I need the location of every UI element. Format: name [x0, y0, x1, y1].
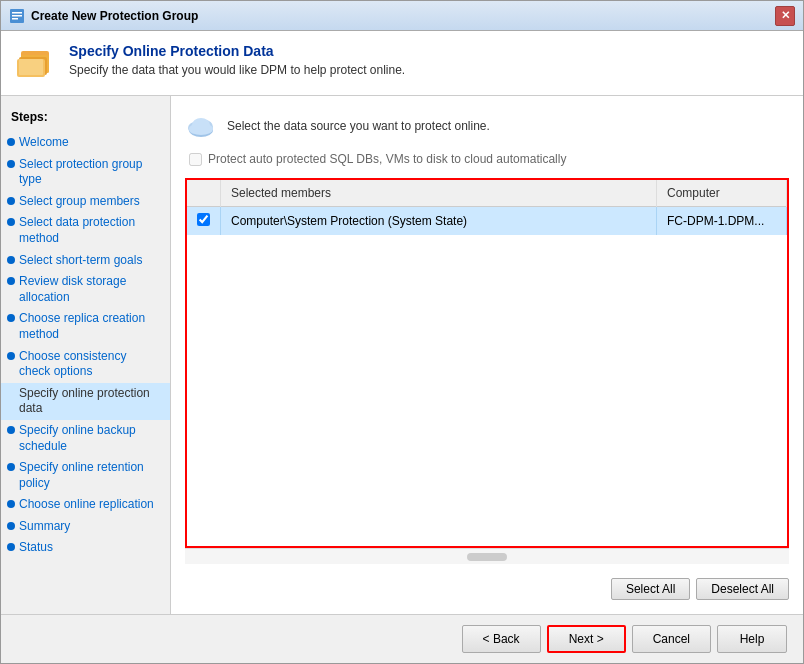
instruction-text: Select the data source you want to prote… [227, 119, 490, 133]
row-computer-text: FC-DPM-1.DPM... [667, 214, 764, 228]
dot-icon [7, 256, 15, 264]
header-text: Specify Online Protection Data Specify t… [69, 43, 405, 77]
table-header-row: Selected members Computer [187, 180, 787, 207]
members-table: Selected members Computer Computer\Syste… [187, 180, 787, 235]
content-area: Select the data source you want to prote… [171, 96, 803, 614]
sidebar-item-summary[interactable]: Summary [1, 516, 170, 538]
back-button[interactable]: < Back [462, 625, 541, 653]
footer: < Back Next > Cancel Help [1, 614, 803, 663]
sidebar-item-welcome[interactable]: Welcome [1, 132, 170, 154]
main-window: Create New Protection Group ✕ Specify On… [0, 0, 804, 664]
sidebar-item-select-data-protection-method[interactable]: Select data protection method [1, 212, 170, 249]
window-title: Create New Protection Group [31, 9, 775, 23]
members-table-container: Selected members Computer Computer\Syste… [185, 178, 789, 548]
sidebar-item-label: Summary [19, 519, 70, 535]
auto-protect-checkbox[interactable] [189, 153, 202, 166]
sidebar-item-label: Select protection group type [19, 157, 160, 188]
dot-icon [7, 218, 15, 226]
sidebar-item-label: Specify online protection data [19, 386, 160, 417]
svg-rect-3 [12, 18, 18, 20]
dot-icon [7, 543, 15, 551]
col-header-computer: Computer [657, 180, 787, 207]
sidebar-item-specify-online-backup-schedule[interactable]: Specify online backup schedule [1, 420, 170, 457]
select-all-button[interactable]: Select All [611, 578, 690, 600]
header-subtitle: Specify the data that you would like DPM… [69, 63, 405, 77]
header-title: Specify Online Protection Data [69, 43, 405, 59]
instruction-row: Select the data source you want to prote… [185, 110, 789, 142]
row-member-text: Computer\System Protection (System State… [231, 214, 467, 228]
sidebar: Steps: Welcome Select protection group t… [1, 96, 171, 614]
sidebar-item-specify-online-retention-policy[interactable]: Specify online retention policy [1, 457, 170, 494]
row-computer-cell: FC-DPM-1.DPM... [657, 207, 787, 236]
bottom-buttons-row: Select All Deselect All [185, 572, 789, 600]
svg-rect-1 [12, 12, 22, 14]
scroll-thumb[interactable] [467, 553, 507, 561]
sidebar-item-select-short-term-goals[interactable]: Select short-term goals [1, 250, 170, 272]
dot-icon [7, 160, 15, 168]
sidebar-item-choose-replica-creation[interactable]: Choose replica creation method [1, 308, 170, 345]
close-button[interactable]: ✕ [775, 6, 795, 26]
col-header-checkbox [187, 180, 221, 207]
cancel-button[interactable]: Cancel [632, 625, 711, 653]
dot-icon [7, 138, 15, 146]
cloud-icon [185, 110, 217, 142]
svg-point-13 [189, 123, 213, 135]
dot-icon [7, 463, 15, 471]
window-icon [9, 8, 25, 24]
sidebar-item-choose-online-replication[interactable]: Choose online replication [1, 494, 170, 516]
sidebar-item-label: Specify online retention policy [19, 460, 160, 491]
steps-label: Steps: [1, 106, 170, 132]
dot-icon [7, 500, 15, 508]
sidebar-item-label: Select group members [19, 194, 140, 210]
sidebar-item-label: Specify online backup schedule [19, 423, 160, 454]
dot-icon [7, 426, 15, 434]
header-icon [17, 43, 57, 83]
dot-icon [7, 197, 15, 205]
table-row: Computer\System Protection (System State… [187, 207, 787, 236]
svg-rect-8 [19, 59, 43, 75]
row-checkbox-cell [187, 207, 221, 236]
sidebar-item-select-protection-group-type[interactable]: Select protection group type [1, 154, 170, 191]
col-header-selected-members: Selected members [221, 180, 657, 207]
sidebar-item-label: Choose consistency check options [19, 349, 160, 380]
sidebar-item-specify-online-protection-data[interactable]: Specify online protection data [1, 383, 170, 420]
scrollbar-indicator [185, 548, 789, 564]
sidebar-item-review-disk-storage[interactable]: Review disk storage allocation [1, 271, 170, 308]
title-bar: Create New Protection Group ✕ [1, 1, 803, 31]
dot-icon [7, 314, 15, 322]
sidebar-item-label: Select data protection method [19, 215, 160, 246]
main-content: Steps: Welcome Select protection group t… [1, 96, 803, 614]
deselect-all-button[interactable]: Deselect All [696, 578, 789, 600]
auto-protect-checkbox-row: Protect auto protected SQL DBs, VMs to d… [185, 152, 789, 166]
next-button[interactable]: Next > [547, 625, 626, 653]
sidebar-item-label: Review disk storage allocation [19, 274, 160, 305]
svg-rect-2 [12, 15, 22, 17]
dot-icon [7, 352, 15, 360]
sidebar-item-select-group-members[interactable]: Select group members [1, 191, 170, 213]
header-section: Specify Online Protection Data Specify t… [1, 31, 803, 96]
row-checkbox[interactable] [197, 213, 210, 226]
sidebar-item-label: Choose replica creation method [19, 311, 160, 342]
help-button[interactable]: Help [717, 625, 787, 653]
dot-icon [7, 522, 15, 530]
sidebar-item-label: Choose online replication [19, 497, 154, 513]
sidebar-item-label: Status [19, 540, 53, 556]
row-member-cell: Computer\System Protection (System State… [221, 207, 657, 236]
dot-icon [7, 277, 15, 285]
sidebar-item-label: Select short-term goals [19, 253, 142, 269]
auto-protect-label: Protect auto protected SQL DBs, VMs to d… [208, 152, 566, 166]
sidebar-item-label: Welcome [19, 135, 69, 151]
sidebar-item-choose-consistency-check[interactable]: Choose consistency check options [1, 346, 170, 383]
sidebar-item-status[interactable]: Status [1, 537, 170, 559]
